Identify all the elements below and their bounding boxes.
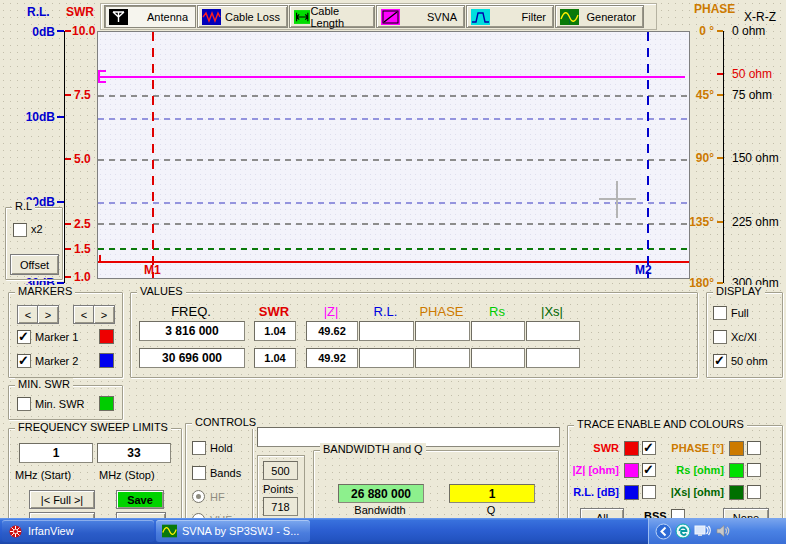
crosshair-cursor [616,181,618,218]
marker1-next-button[interactable]: > [37,305,59,324]
values-cell-xs-m1[interactable] [526,321,580,341]
values-cell-freq-m1[interactable]: 3 816 000 [139,321,245,341]
values-cell-z-m2[interactable]: 49.92 [306,348,358,368]
ohm-50-label: 50 ohm [732,67,772,81]
values-header-rl: R.L. [359,304,412,319]
points-actual-display: 718 [263,497,298,516]
tray-collapse-chevron-icon[interactable] [655,523,672,540]
antenna-button[interactable]: Antenna [104,5,196,28]
min-swr-color-swatch[interactable] [99,396,114,411]
generator-button[interactable]: Generator [555,5,644,28]
marker2-line[interactable] [647,32,649,278]
marker2-next-button[interactable]: > [93,305,115,324]
chart-plot-area[interactable]: M1 M2 [97,31,690,279]
rl-axis-title: R.L. [27,5,50,19]
marker1-checkbox[interactable] [17,330,31,344]
trace-z-start-blip [98,70,106,83]
hold-checkbox[interactable] [192,441,206,455]
values-cell-freq-m2[interactable]: 30 696 000 [139,348,245,368]
gridline-swr-1-5-reference [98,248,689,250]
save-button[interactable]: Save [116,490,164,509]
trace-phase-checkbox[interactable] [747,441,761,455]
cable-length-icon [294,9,310,25]
values-cell-phase-m1[interactable] [415,321,470,341]
bandwidth-title: BANDWIDTH and Q [320,443,426,456]
taskbar-button-irfanview[interactable]: IrfanView [2,520,154,542]
values-cell-rl-m1[interactable] [359,321,414,341]
values-cell-swr-m1[interactable]: 1.04 [254,321,296,341]
min-swr-title: MIN. SWR [15,378,73,391]
display-xcxl-checkbox[interactable] [713,330,727,344]
values-cell-rs-m1[interactable] [471,321,525,341]
trace-xs-checkbox[interactable] [747,485,761,499]
values-cell-phase-m2[interactable] [415,348,470,368]
phase-axis-title: PHASE [694,2,735,16]
swr-tick [65,94,71,96]
taskbar-button-svna[interactable]: SVNA by SP3SWJ - S... [156,520,310,542]
marker1-color-swatch[interactable] [99,329,114,344]
marker2-checkbox-label: Marker 2 [35,355,78,367]
taskbar: IrfanView SVNA by SP3SWJ - S... [0,518,786,544]
trace-xs-color-swatch[interactable] [729,485,744,500]
marker2-checkbox[interactable] [17,354,31,368]
full-span-button[interactable]: |< Full >| [29,490,95,509]
display-50ohm-checkbox[interactable] [713,354,727,368]
markers-title: MARKERS [15,285,75,298]
min-swr-checkbox[interactable] [17,397,31,411]
start-freq-label: MHz (Start) [15,469,71,481]
display-full-checkbox[interactable] [713,306,727,320]
rl-x2-checkbox[interactable] [13,223,27,237]
rl-tick-label: 0dB [18,25,55,39]
phase-tick [717,30,723,32]
trace-rl-checkbox[interactable] [642,485,656,499]
cable-loss-button[interactable]: Cable Loss [197,5,288,28]
trace-swr-start-blip [99,255,101,262]
start-freq-input[interactable]: 1 [19,443,93,463]
swr-tick [65,276,71,278]
marker2-color-swatch[interactable] [99,353,114,368]
values-cell-rs-m2[interactable] [471,348,525,368]
ohm-tick-label: 75 ohm [732,88,772,102]
trace-swr [98,261,689,263]
filter-button-label: Filter [522,11,546,23]
values-cell-rl-m2[interactable] [359,348,414,368]
svna-button-label: SVNA [427,11,457,23]
marker2-prev-button[interactable]: < [73,305,95,324]
trace-z-color-swatch[interactable] [624,463,639,478]
marker1-line[interactable] [152,32,154,278]
trace-rs-checkbox[interactable] [747,463,761,477]
trace-swr-color-swatch[interactable] [624,441,639,456]
network-monitor-tray-icon[interactable] [694,523,712,539]
trace-rl-color-swatch[interactable] [624,485,639,500]
system-tray [648,518,786,544]
trace-z-checkbox[interactable] [642,463,656,477]
values-cell-z-m1[interactable]: 49.62 [306,321,358,341]
swr-tick [65,248,71,250]
swr-tick-label: 2.5 [74,217,91,231]
offset-button[interactable]: Offset [10,254,59,275]
values-cell-swr-m2[interactable]: 1.04 [254,348,296,368]
gridline-swr-5-0 [98,159,689,161]
toolbar: Antenna Cable Loss Cable Length SVNA Fil… [100,3,657,30]
eset-tray-icon[interactable] [675,523,691,539]
filter-button[interactable]: Filter [466,5,554,28]
trace-phase-color-swatch[interactable] [729,441,744,456]
volume-tray-icon[interactable] [715,523,731,539]
stop-freq-input[interactable]: 33 [97,443,171,463]
svna-button[interactable]: SVNA [376,5,465,28]
cable-length-button-label: Cable Length [310,5,367,29]
trace-rs-color-swatch[interactable] [729,463,744,478]
values-cell-xs-m2[interactable] [526,348,580,368]
rl-x2-label: x2 [31,223,43,235]
right-axis-line [723,31,724,283]
left-axis-line [64,31,65,283]
trace-swr-checkbox[interactable] [642,441,656,455]
marker1-prev-button[interactable]: < [17,305,39,324]
filter-icon [471,9,490,25]
swr-axis-title: SWR [66,5,94,19]
hf-radio[interactable] [192,490,205,503]
bands-checkbox[interactable] [192,466,206,480]
cable-length-button[interactable]: Cable Length [289,5,375,28]
hold-label: Hold [210,442,233,454]
trace-title: TRACE ENABLE AND COLOURS [574,418,747,431]
